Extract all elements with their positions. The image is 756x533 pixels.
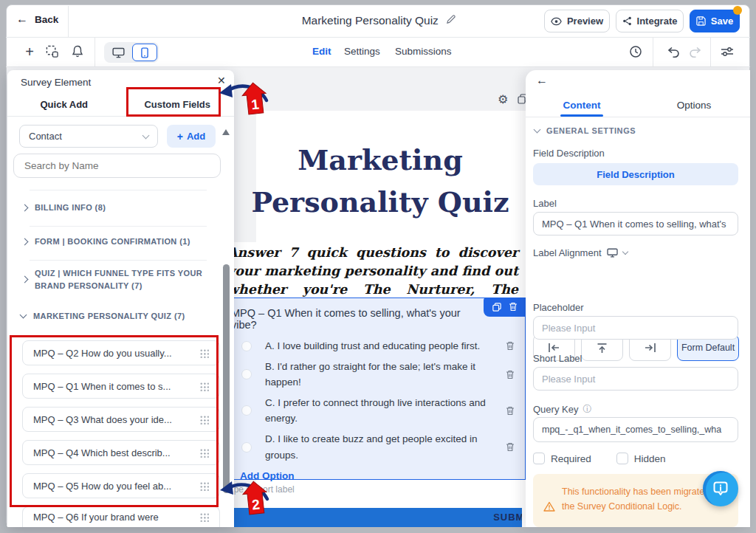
toolbar-vdivider-2	[653, 37, 653, 66]
list-divider	[30, 260, 207, 261]
drag-handle-icon[interactable]	[199, 382, 209, 391]
back-button[interactable]: ← Back	[16, 13, 58, 26]
desktop-icon[interactable]	[106, 44, 131, 61]
add-option-link[interactable]: Add Option	[240, 470, 294, 481]
query-key-input[interactable]	[533, 417, 738, 442]
required-checkbox-row: Required Hidden	[533, 453, 666, 464]
option-label: C. I prefer to connect through live inte…	[265, 395, 506, 427]
custom-field-label: MPQ – Q3 What does your ide...	[33, 414, 199, 425]
custom-field-item[interactable]: MPQ – Q5 How do you feel ab...	[22, 473, 220, 498]
drag-handle-icon[interactable]	[199, 481, 209, 491]
trash-icon[interactable]	[506, 406, 515, 416]
chevron-down-icon[interactable]	[622, 249, 628, 255]
elements-icon[interactable]	[46, 45, 58, 58]
info-icon[interactable]: ⓘ	[583, 403, 591, 416]
required-label: Required	[551, 453, 591, 464]
section-form-booking[interactable]: FORM | BOOKING CONFIRMATION (1)	[22, 237, 190, 246]
scroll-up-icon[interactable]	[222, 129, 230, 135]
gear-icon[interactable]: ⚙	[498, 92, 508, 106]
option-row[interactable]: A. I love building trust and educating p…	[222, 338, 525, 354]
duplicate-question-icon[interactable]	[492, 303, 501, 312]
delete-question-icon[interactable]	[509, 302, 518, 312]
scrollbar-thumb[interactable]	[223, 264, 230, 493]
submit-button[interactable]: SUBMIT	[221, 508, 522, 527]
preferences-icon[interactable]	[721, 47, 734, 57]
placeholder-input[interactable]	[533, 316, 738, 340]
short-label-hint: Type a short label	[224, 484, 525, 495]
tab-submissions[interactable]: Submissions	[395, 46, 452, 57]
radio-icon[interactable]	[241, 341, 252, 351]
tab-content-label: Content	[563, 100, 601, 111]
tab-settings[interactable]: Settings	[344, 46, 380, 57]
radio-icon[interactable]	[241, 442, 252, 453]
active-tab-underline	[560, 114, 603, 117]
mobile-icon[interactable]	[132, 44, 157, 61]
drag-handle-icon[interactable]	[199, 415, 209, 424]
option-label: D. I like to create buzz and get people …	[265, 431, 506, 463]
question-block[interactable]: MPQ – Q1 When it comes to selling, what'…	[221, 298, 526, 480]
hidden-checkbox[interactable]	[616, 453, 628, 464]
bell-icon[interactable]	[72, 45, 83, 58]
drag-handle-icon[interactable]	[199, 512, 209, 522]
custom-field-label: MPQ – Q4 Which best describ...	[33, 447, 199, 458]
monitor-icon[interactable]	[607, 248, 618, 258]
object-select[interactable]: Contact	[19, 125, 158, 148]
page-title-wrap: Marketing Personality Quiz	[235, 14, 523, 27]
option-row[interactable]: D. I like to create buzz and get people …	[222, 431, 525, 463]
drag-handle-icon[interactable]	[199, 448, 209, 458]
section-billing-info[interactable]: BILLING INFO (8)	[22, 203, 106, 212]
redo-icon[interactable]	[689, 46, 702, 58]
required-checkbox[interactable]	[533, 453, 545, 464]
general-settings-header[interactable]: GENERAL SETTINGS	[535, 126, 636, 135]
history-icon[interactable]	[629, 45, 642, 58]
quiz-description-block[interactable]: Answer 7 quick questions to discover you…	[221, 242, 526, 298]
panel-back-icon[interactable]: ←	[536, 74, 548, 87]
preview-button[interactable]: Preview	[544, 10, 610, 32]
option-label: B. I'd rather go straight for the sale; …	[265, 359, 506, 391]
section-label: FORM | BOOKING CONFIRMATION (1)	[35, 237, 190, 246]
drag-handle-icon[interactable]	[199, 348, 209, 358]
radio-icon[interactable]	[241, 405, 252, 416]
eye-icon	[551, 17, 562, 26]
query-key-label: Query Key	[533, 404, 578, 415]
custom-field-item[interactable]: MPQ – Q2 How do you usually...	[22, 340, 220, 365]
field-description-button[interactable]: Field Description	[533, 163, 738, 185]
tab-content[interactable]: Content	[526, 94, 638, 117]
custom-field-item[interactable]: MPQ – Q1 When it comes to s...	[22, 374, 220, 399]
tab-quick-add[interactable]: Quick Add	[7, 92, 121, 116]
unsaved-badge	[733, 6, 742, 15]
trash-icon[interactable]	[506, 341, 515, 351]
add-field-label: Add	[187, 131, 205, 142]
label-input[interactable]	[533, 212, 738, 235]
chat-widget-button[interactable]	[703, 471, 738, 506]
trash-icon[interactable]	[506, 442, 515, 452]
section-marketing-quiz[interactable]: MARKETING PERSONALITY QUIZ (7)	[21, 312, 185, 320]
option-row[interactable]: B. I'd rather go straight for the sale; …	[222, 359, 525, 391]
undo-icon[interactable]	[667, 46, 680, 58]
label-alignment-row: Label Alignment	[533, 247, 628, 258]
save-button[interactable]: Save	[690, 10, 740, 32]
integrate-button[interactable]: Integrate	[616, 10, 684, 32]
search-input[interactable]	[13, 154, 221, 178]
section-label: QUIZ | WHICH FUNNEL TYPE FITS YOUR BRAND…	[35, 267, 216, 292]
trash-icon[interactable]	[506, 370, 515, 379]
custom-field-item[interactable]: MPQ – Q3 What does your ide...	[22, 407, 220, 432]
add-element-icon[interactable]: +	[22, 44, 37, 59]
tab-edit[interactable]: Edit	[312, 46, 331, 57]
quiz-title[interactable]: Marketing Personality Quiz	[235, 139, 526, 223]
custom-field-item[interactable]: MPQ – Q4 Which best describ...	[22, 440, 220, 465]
edit-pencil-icon[interactable]	[446, 15, 456, 24]
custom-field-item[interactable]: MPQ – Q6 If your brand were	[22, 506, 220, 527]
add-field-button[interactable]: + Add	[167, 125, 216, 148]
short-label-label: Short Label	[533, 353, 583, 364]
integrate-label: Integrate	[637, 16, 678, 27]
radio-icon[interactable]	[241, 369, 252, 379]
section-quiz-funnel[interactable]: QUIZ | WHICH FUNNEL TYPE FITS YOUR BRAND…	[22, 267, 216, 292]
chevron-down-icon	[142, 131, 150, 139]
short-label-input[interactable]	[533, 367, 738, 391]
option-row[interactable]: C. I prefer to connect through live inte…	[222, 395, 525, 427]
tab-options[interactable]: Options	[638, 94, 750, 117]
tab-custom-fields[interactable]: Custom Fields	[121, 92, 235, 116]
chevron-down-icon	[534, 126, 541, 134]
close-icon[interactable]: ✕	[217, 75, 226, 86]
